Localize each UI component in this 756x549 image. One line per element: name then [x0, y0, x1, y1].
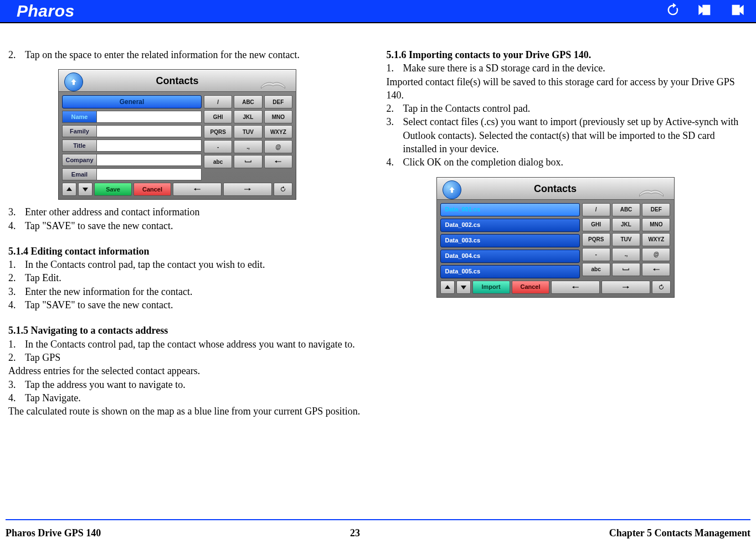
key[interactable]: TUV: [612, 233, 640, 246]
email-input[interactable]: [96, 168, 202, 180]
contacts-edit-figure: Contacts General Name Family Title Compa…: [58, 69, 370, 200]
space-key[interactable]: [612, 263, 640, 276]
key[interactable]: DEF: [642, 203, 670, 216]
right-column: 5.1.6 Importing contacts to your Drive G…: [384, 48, 751, 418]
family-input[interactable]: [96, 125, 202, 137]
back-icon[interactable]: [697, 2, 713, 20]
page-content: 2. Tap on the space to enter the related…: [0, 23, 756, 418]
figure-titlebar: Contacts: [437, 178, 674, 200]
contacts-import-figure: Contacts Data_001.cs Data_002.cs Data_00…: [436, 177, 748, 298]
keypad: / ABC DEF GHI JKL MNO PQRS TUV WXYZ - .,…: [204, 95, 292, 180]
key[interactable]: -: [582, 248, 610, 261]
key[interactable]: TUV: [234, 125, 262, 138]
up-arrow-icon[interactable]: [443, 180, 461, 199]
paragraph: The calculated route is shown on the map…: [8, 405, 370, 418]
key[interactable]: -: [204, 140, 232, 153]
key[interactable]: .,: [612, 248, 640, 261]
up-button[interactable]: [440, 281, 455, 294]
field-label: Email: [62, 168, 96, 180]
space-key[interactable]: [234, 155, 262, 168]
figure-titlebar: Contacts: [59, 70, 296, 92]
key[interactable]: @: [642, 248, 670, 261]
section-heading: 5.1.6 Importing contacts to your Drive G…: [387, 48, 748, 61]
file-row[interactable]: Data_001.cs: [440, 203, 580, 216]
paragraph: Imported contact file(s) will be saved t…: [387, 75, 748, 102]
key[interactable]: @: [264, 140, 292, 153]
cycle-button[interactable]: [274, 183, 292, 196]
left-column: 2. Tap on the space to enter the related…: [6, 48, 373, 418]
list-item: 4.Tap "SAVE" to save the new contact.: [8, 219, 370, 232]
up-button[interactable]: [62, 183, 76, 196]
forward-icon[interactable]: [729, 2, 745, 20]
header-icons: [665, 2, 745, 20]
key[interactable]: PQRS: [582, 233, 610, 246]
list-item: 2.Tap Edit.: [8, 271, 370, 284]
cancel-button[interactable]: Cancel: [512, 281, 549, 294]
up-arrow-icon[interactable]: [64, 72, 83, 91]
key[interactable]: WXYZ: [264, 125, 292, 138]
page-footer: Pharos Drive GPS 140 23 Chapter 5 Contac…: [6, 527, 750, 539]
list-item: 3.Select contact files (.cs) you want to…: [387, 115, 748, 156]
key[interactable]: MNO: [642, 218, 670, 231]
prev-button[interactable]: [551, 281, 600, 294]
list-item: 4.Tap Navigate.: [8, 391, 370, 405]
down-button[interactable]: [456, 281, 471, 294]
company-input[interactable]: [96, 154, 202, 166]
file-row[interactable]: Data_004.cs: [440, 250, 580, 263]
file-row[interactable]: Data_005.cs: [440, 265, 580, 278]
list-item: 4.Tap "SAVE" to save the new contact.: [8, 298, 370, 312]
list-item: 3.Enter the new information for the cont…: [8, 285, 370, 298]
section-heading: 5.1.5 Navigating to a contacts address: [8, 324, 370, 337]
list-item: 1.In the Contacts control pad, tap the c…: [8, 258, 370, 271]
key[interactable]: GHI: [582, 218, 610, 231]
keypad: / ABC DEF GHI JKL MNO PQRS TUV WXYZ - .,…: [582, 203, 671, 278]
key[interactable]: WXYZ: [642, 233, 670, 246]
book-icon: [260, 75, 286, 90]
paragraph: Address entries for the selected contact…: [8, 364, 370, 377]
key[interactable]: MNO: [264, 110, 292, 123]
down-button[interactable]: [78, 183, 92, 196]
key[interactable]: JKL: [612, 218, 640, 231]
prev-button[interactable]: [173, 183, 222, 196]
cancel-button[interactable]: Cancel: [133, 183, 171, 196]
cycle-button[interactable]: [652, 281, 671, 294]
section-heading: 5.1.4 Editing contact information: [8, 245, 370, 258]
list-item: 3.Tap the address you want to navigate t…: [8, 378, 370, 391]
brand-label: Pharos: [17, 2, 75, 20]
save-button[interactable]: Save: [94, 183, 132, 196]
general-tab[interactable]: General: [62, 95, 202, 108]
file-row[interactable]: Data_002.cs: [440, 219, 580, 232]
list-item: 3.Enter other address and contact inform…: [8, 205, 370, 219]
next-button[interactable]: [601, 281, 650, 294]
field-label: Title: [62, 139, 96, 152]
next-button[interactable]: [223, 183, 272, 196]
key[interactable]: ABC: [234, 95, 262, 108]
figure-title: Contacts: [156, 74, 198, 87]
key[interactable]: /: [582, 203, 610, 216]
list-item: 2.Tap GPS: [8, 351, 370, 364]
import-button[interactable]: Import: [472, 281, 510, 294]
key[interactable]: ABC: [612, 203, 640, 216]
list-item: 2.Tap in the Contacts control pad.: [387, 102, 748, 115]
key[interactable]: abc: [204, 155, 232, 168]
title-input[interactable]: [96, 139, 202, 152]
footer-page-number: 23: [350, 527, 360, 539]
key[interactable]: JKL: [234, 110, 262, 123]
footer-left: Pharos Drive GPS 140: [6, 527, 101, 539]
backspace-key[interactable]: [264, 155, 292, 168]
key[interactable]: /: [204, 95, 232, 108]
key[interactable]: .,: [234, 140, 262, 153]
list-item: 1.Make sure there is a SD storage card i…: [387, 61, 748, 75]
refresh-icon[interactable]: [665, 2, 681, 20]
key[interactable]: PQRS: [204, 125, 232, 138]
key[interactable]: GHI: [204, 110, 232, 123]
key[interactable]: abc: [582, 263, 610, 276]
key[interactable]: DEF: [264, 95, 292, 108]
name-input[interactable]: [96, 111, 202, 123]
field-label: Company: [62, 154, 96, 166]
footer-right: Chapter 5 Contacts Management: [609, 527, 750, 539]
list-item: 2. Tap on the space to enter the related…: [8, 48, 370, 61]
file-row[interactable]: Data_003.cs: [440, 234, 580, 247]
backspace-key[interactable]: [642, 263, 670, 276]
field-label: Name: [62, 111, 96, 123]
